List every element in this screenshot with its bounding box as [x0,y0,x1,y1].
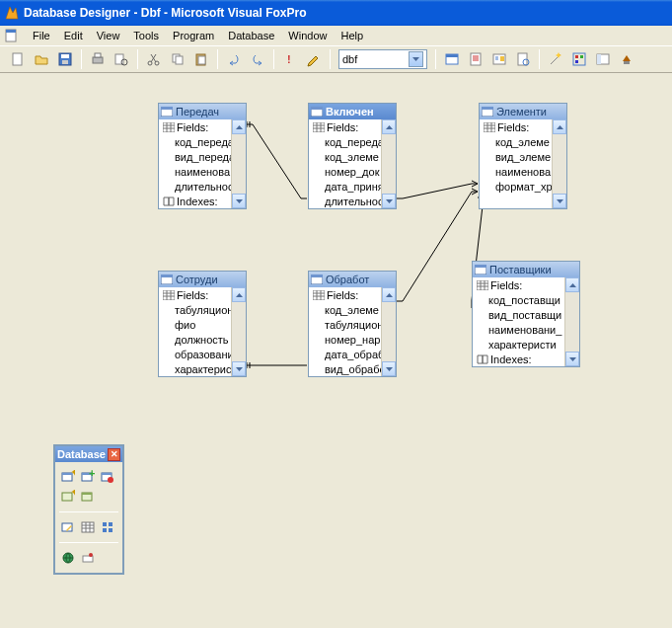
table-header[interactable]: Включен [309,104,396,119]
open-button[interactable] [31,48,52,70]
modify-button[interactable] [303,48,325,70]
new-local-view-button[interactable] [79,488,97,506]
table-header[interactable]: Поставщики [473,262,579,277]
autoreport-button[interactable] [512,48,534,70]
table-title: Поставщики [489,264,552,275]
connections-button[interactable] [59,549,77,567]
scroll-up-icon[interactable] [232,287,246,302]
database-toolbox[interactable]: Database ✕ ✦ + ✦ [53,444,124,575]
table-sotrudi[interactable]: Сотруди Fields: табуляцион фио должность… [158,271,247,377]
toolbox-separator [59,511,118,512]
grid-icon [163,122,175,132]
new-table-button[interactable]: ✦ [59,468,77,486]
class-browser-button[interactable] [568,48,590,70]
menu-tools[interactable]: Tools [126,28,166,43]
close-icon[interactable]: ✕ [108,448,120,461]
scroll-down-icon[interactable] [382,194,396,208]
scrollbar[interactable] [564,277,579,366]
scroll-up-icon[interactable] [565,277,579,292]
scrollbar[interactable] [381,119,396,208]
database-combo[interactable]: dbf [338,49,427,69]
svg-rect-36 [313,122,325,132]
chevron-down-icon[interactable] [409,51,423,67]
scrollbar[interactable] [552,119,566,208]
svg-rect-56 [102,473,112,475]
svg-rect-66 [103,528,107,532]
menu-file[interactable]: File [26,28,57,43]
browse-button[interactable] [79,518,97,536]
table-header[interactable]: Сотруди [159,272,246,287]
print-preview-button[interactable] [111,48,132,70]
field-item[interactable]: код_поставщи [473,292,579,307]
table-header[interactable]: Передач [159,104,246,119]
table-header[interactable]: Обработ [309,272,396,287]
save-button[interactable] [54,48,76,70]
table-obrabot[interactable]: Обработ Fields: код_элеме табуляцион ном… [308,271,397,377]
autoform-button[interactable] [488,48,510,70]
copy-button[interactable] [167,48,188,70]
run-button[interactable]: ! [279,48,301,70]
menu-program[interactable]: Program [166,28,221,43]
edit-procedures-button[interactable] [99,518,116,536]
table-icon [311,275,323,284]
scroll-up-icon[interactable] [232,119,246,134]
scroll-down-icon[interactable] [232,361,246,376]
menu-window[interactable]: Window [281,28,334,43]
svg-point-10 [148,61,152,65]
document-icon[interactable] [4,28,20,43]
scrollbar[interactable] [231,287,246,376]
menu-view[interactable]: View [90,28,127,43]
svg-rect-5 [62,60,68,64]
menu-edit[interactable]: Edit [57,28,90,43]
remove-table-button[interactable] [99,468,116,486]
menu-database[interactable]: Database [221,28,281,43]
table-icon [161,107,173,117]
redo-button[interactable] [247,48,268,70]
table-elementi[interactable]: Элементи Fields: код_элеме вид_элеме наи… [479,103,567,209]
main-toolbar: ! dbf [0,45,672,73]
scroll-down-icon[interactable] [232,194,246,208]
scroll-up-icon[interactable] [553,119,566,134]
toolbox-header[interactable]: Database ✕ [55,446,122,462]
modify-table-button[interactable] [59,518,77,536]
new-remote-view-button[interactable]: ✦ [59,488,77,506]
scroll-up-icon[interactable] [382,287,396,302]
table-vklyuchen[interactable]: Включен Fields: код_переда код_элеме ном… [308,103,397,209]
print-button[interactable] [87,48,109,70]
designer-canvas[interactable]: Передач Fields: код_переда вид_переда на… [0,73,672,628]
svg-text:!: ! [287,53,291,65]
indexes-header: Indexes: [473,352,579,366]
scroll-down-icon[interactable] [565,352,579,366]
scrollbar[interactable] [231,119,246,208]
scrollbar[interactable] [381,287,396,376]
cut-button[interactable] [143,48,165,70]
svg-rect-8 [115,54,123,64]
svg-rect-19 [471,53,481,65]
field-item[interactable]: вид_поставщи [473,307,579,322]
form-button[interactable] [441,48,463,70]
svg-rect-24 [573,53,585,65]
svg-rect-13 [176,56,183,64]
scroll-down-icon[interactable] [382,361,396,376]
field-item[interactable]: наименовани_ [473,322,579,337]
svg-rect-15 [198,56,205,64]
report-button[interactable] [465,48,486,70]
new-button[interactable] [7,48,29,70]
scroll-up-icon[interactable] [382,119,396,134]
table-postavshiki[interactable]: Поставщики Fields: код_поставщи вид_пост… [472,261,580,367]
field-item[interactable]: характеристи [473,337,579,352]
undo-button[interactable] [223,48,245,70]
build-button[interactable] [616,48,637,70]
table-header[interactable]: Элементи [480,104,566,119]
wizard-button[interactable] [545,48,566,70]
menu-help[interactable]: Help [334,28,370,43]
toolbar-separator [273,49,274,69]
paste-button[interactable] [190,48,212,70]
scroll-down-icon[interactable] [553,194,566,208]
object-browser-button[interactable] [592,48,614,70]
svg-rect-21 [500,56,504,61]
table-peredach[interactable]: Передач Fields: код_переда вид_переда на… [158,103,247,209]
add-table-button[interactable]: + [79,468,97,486]
book-icon [163,196,175,206]
clean-up-button[interactable] [79,549,97,567]
